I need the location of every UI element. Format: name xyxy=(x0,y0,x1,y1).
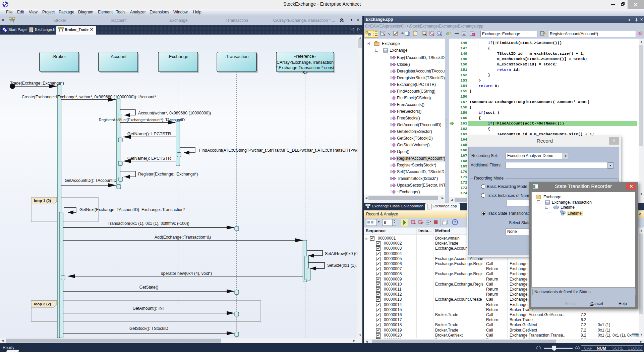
svg-text:GetNext(Exchange::TAccountID):: GetNext(Exchange::TAccountID): Exchange:… xyxy=(79,207,185,212)
svg-text:«reference»: «reference» xyxy=(294,54,316,59)
svg-text::Exchange: :Exchange xyxy=(168,54,188,59)
svg-text:SetSize(0x1 (1),: SetSize(0x1 (1), xyxy=(327,263,357,268)
svg-text:GetAmount(): INT: GetAmount(): INT xyxy=(132,306,165,311)
svg-text:Account(wchar*, 0x989680 (1000: Account(wchar*, 0x989680 (10000000)) xyxy=(138,111,211,115)
svg-text:SetAtGrow(0x0 (0),: SetAtGrow(0x0 (0), xyxy=(325,251,357,256)
svg-text:GetName(): LPCTSTR: GetName(): LPCTSTR xyxy=(127,156,171,161)
svg-text:operator new(0x4 (4), void*): operator new(0x4 (4), void*) xyxy=(161,271,212,276)
svg-text:RegisterAccount(Exchange::Acco: RegisterAccount(Exchange::Account*): TAc… xyxy=(99,118,185,122)
svg-text:FindAccount(ATL::CStringT<wcha: FindAccount(ATL::CStringT<wchar_t,StrTra… xyxy=(199,148,357,153)
svg-text:GetState(): GetState() xyxy=(139,285,159,290)
svg-text:Add(Exchange::Transaction*&): Add(Exchange::Transaction*&) xyxy=(155,235,211,240)
svg-text:Trade(Exchange::Exchange*): Trade(Exchange::Exchange*) xyxy=(10,81,64,86)
svg-text:Register(Exchange::IExchange*): Register(Exchange::IExchange*) xyxy=(138,172,198,177)
svg-text::Account: :Account xyxy=(110,54,127,59)
svg-text:GetStock(): TStockID: GetStock(): TStockID xyxy=(129,326,168,331)
svg-text:CArray<Exchange.Transaction: CArray<Exchange.Transaction xyxy=(277,60,334,65)
svg-text:Create(Exchange::IExchange*, w: Create(Exchange::IExchange*, wchar*, 0x9… xyxy=(22,95,156,99)
svg-text:Transaction(0x1 (1), 0x1 (1),: Transaction(0x1 (1), 0x1 (1), 0xffffff9c… xyxy=(108,221,189,226)
svg-text:GetAccountID(): TAccountID: GetAccountID(): TAccountID xyxy=(65,178,117,183)
svg-text::Transaction: :Transaction xyxy=(225,54,248,59)
svg-text:*,Exchange.Transaction * const: *,Exchange.Transaction * const xyxy=(276,65,334,70)
svg-text::Broker: :Broker xyxy=(52,54,66,59)
svg-text:loop 2 (2): loop 2 (2) xyxy=(34,302,51,306)
svg-text:&>: &> xyxy=(302,70,308,75)
svg-text:GetName(): LPCTSTR: GetName(): LPCTSTR xyxy=(127,131,171,136)
svg-text:loop 1 (2): loop 1 (2) xyxy=(34,199,51,203)
